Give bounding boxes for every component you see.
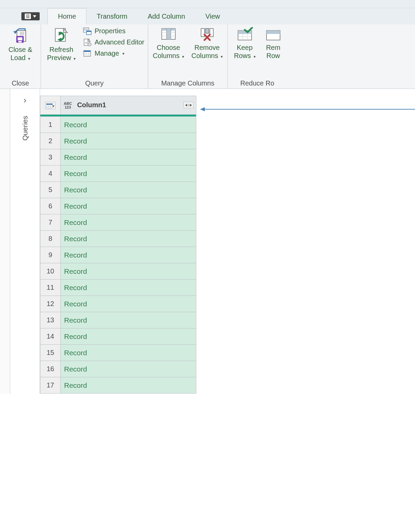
- table-row[interactable]: 8Record: [40, 231, 196, 247]
- close-load-button[interactable]: Close & Load ▾: [3, 27, 37, 62]
- table-row[interactable]: 16Record: [40, 361, 196, 377]
- svg-rect-61: [188, 104, 189, 107]
- row-number[interactable]: 2: [40, 133, 61, 149]
- svg-rect-43: [210, 28, 213, 37]
- choose-columns-icon: [160, 27, 177, 41]
- table-row[interactable]: 7Record: [40, 214, 196, 231]
- choose-columns-button[interactable]: Choose Columns ▾: [152, 27, 185, 60]
- cell-value[interactable]: Record: [61, 214, 196, 231]
- table-menu-icon[interactable]: ▾: [45, 102, 56, 109]
- svg-rect-9: [20, 35, 24, 35]
- cell-value[interactable]: Record: [61, 345, 196, 361]
- svg-rect-21: [86, 30, 88, 30]
- quick-access-toolbar[interactable]: [14, 8, 47, 24]
- row-number[interactable]: 12: [40, 296, 61, 312]
- cell-value[interactable]: Record: [61, 263, 196, 280]
- annotation-arrow-line: [205, 109, 415, 110]
- cell-value[interactable]: Record: [61, 182, 196, 198]
- queries-expand-chevron-icon[interactable]: ›: [23, 89, 26, 116]
- row-number[interactable]: 16: [40, 361, 61, 377]
- svg-rect-3: [26, 17, 29, 18]
- tab-view[interactable]: View: [195, 8, 230, 24]
- cell-value[interactable]: Record: [61, 117, 196, 133]
- cell-value[interactable]: Record: [61, 133, 196, 149]
- row-number[interactable]: 3: [40, 149, 61, 166]
- table-row[interactable]: 11Record: [40, 280, 196, 296]
- queries-pane[interactable]: › Queries: [10, 89, 40, 394]
- row-number[interactable]: 14: [40, 328, 61, 345]
- table-row[interactable]: 9Record: [40, 247, 196, 263]
- close-load-icon: [12, 27, 28, 43]
- row-number[interactable]: 6: [40, 198, 61, 214]
- table-row[interactable]: 4Record: [40, 166, 196, 182]
- content-area: › Queries ▾ ABC123 Column1: [0, 89, 415, 394]
- qat-document-icon: [25, 14, 31, 19]
- ribbon-group-reduce-rows: Keep Rows ▾ Rem Row Reduce Ro: [228, 24, 287, 89]
- cell-value[interactable]: Record: [61, 149, 196, 166]
- cell-value[interactable]: Record: [61, 247, 196, 263]
- svg-marker-60: [190, 104, 192, 107]
- column-header-column1[interactable]: ABC123 Column1: [61, 96, 196, 115]
- row-number[interactable]: 9: [40, 247, 61, 263]
- tab-add-column[interactable]: Add Column: [138, 8, 195, 24]
- refresh-icon: [53, 27, 70, 43]
- properties-button[interactable]: Properties: [83, 27, 144, 35]
- tab-transform[interactable]: Transform: [86, 8, 137, 24]
- ribbon-group-query: Refresh Preview ▾ Properties: [41, 24, 148, 89]
- table-row[interactable]: 6Record: [40, 198, 196, 214]
- row-number[interactable]: 5: [40, 182, 61, 198]
- table-row[interactable]: 5Record: [40, 182, 196, 198]
- table-row[interactable]: 14Record: [40, 328, 196, 345]
- row-number[interactable]: 15: [40, 345, 61, 361]
- row-number[interactable]: 4: [40, 166, 61, 182]
- advanced-editor-button[interactable]: Advanced Editor: [83, 38, 144, 46]
- cell-value[interactable]: Record: [61, 198, 196, 214]
- left-gutter: [0, 89, 10, 394]
- row-number[interactable]: 8: [40, 231, 61, 247]
- cell-value[interactable]: Record: [61, 312, 196, 328]
- cell-value[interactable]: Record: [61, 296, 196, 312]
- svg-rect-12: [18, 41, 22, 42]
- svg-rect-55: [46, 103, 53, 105]
- cell-value[interactable]: Record: [61, 166, 196, 182]
- row-number[interactable]: 11: [40, 280, 61, 296]
- table-row[interactable]: 2Record: [40, 133, 196, 149]
- cell-value[interactable]: Record: [61, 377, 196, 394]
- refresh-preview-button[interactable]: Refresh Preview ▾: [44, 27, 78, 62]
- table-row[interactable]: 17Record: [40, 377, 196, 394]
- ribbon-group-close: Close & Load ▾ Close: [0, 24, 41, 89]
- row-number[interactable]: 13: [40, 312, 61, 328]
- tab-home[interactable]: Home: [47, 8, 86, 24]
- type-any-icon[interactable]: ABC123: [64, 102, 72, 109]
- cell-value[interactable]: Record: [61, 231, 196, 247]
- svg-rect-27: [85, 43, 88, 43]
- queries-pane-label: Queries: [21, 116, 29, 141]
- row-number[interactable]: 10: [40, 263, 61, 280]
- row-number[interactable]: 7: [40, 214, 61, 231]
- remove-rows-button[interactable]: Rem Row: [263, 27, 283, 60]
- annotation-arrow-head-icon: [200, 107, 205, 111]
- ribbon-group-reduce-rows-label: Reduce Ro: [231, 78, 283, 87]
- data-preview-grid: ▾ ABC123 Column1: [40, 89, 196, 394]
- keep-rows-button[interactable]: Keep Rows ▾: [231, 27, 258, 60]
- remove-columns-button[interactable]: Remove Columns ▾: [190, 27, 224, 60]
- table-row[interactable]: 12Record: [40, 296, 196, 312]
- manage-button[interactable]: Manage ▾: [83, 50, 144, 57]
- svg-rect-20: [84, 30, 85, 30]
- table-row[interactable]: 3Record: [40, 149, 196, 166]
- cell-value[interactable]: Record: [61, 280, 196, 296]
- ribbon-group-query-label: Query: [44, 78, 144, 87]
- table-row[interactable]: 10Record: [40, 263, 196, 280]
- advanced-editor-icon: [83, 39, 92, 46]
- ribbon-group-close-label: Close: [3, 78, 37, 87]
- row-number[interactable]: 1: [40, 117, 61, 133]
- svg-rect-1: [26, 15, 29, 15]
- row-number[interactable]: 17: [40, 377, 61, 394]
- table-row[interactable]: 13Record: [40, 312, 196, 328]
- cell-value[interactable]: Record: [61, 361, 196, 377]
- cell-value[interactable]: Record: [61, 328, 196, 345]
- table-menu-cell[interactable]: ▾: [40, 96, 61, 115]
- table-row[interactable]: 15Record: [40, 345, 196, 361]
- expand-column-icon[interactable]: [183, 102, 194, 108]
- table-row[interactable]: 1Record: [40, 117, 196, 133]
